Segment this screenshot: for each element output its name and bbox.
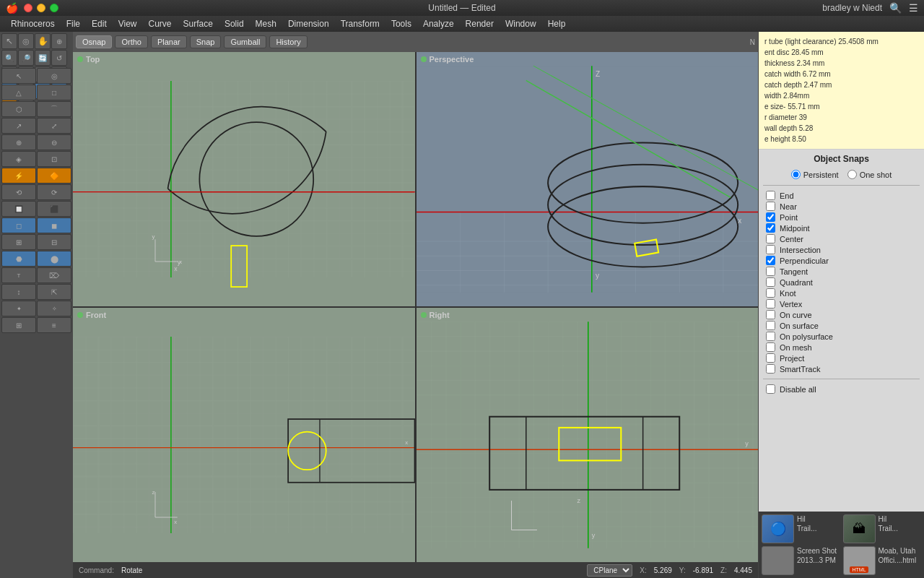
snap-tangent-checkbox[interactable] bbox=[766, 267, 775, 276]
tool-30[interactable]: ✧ bbox=[37, 301, 71, 316]
snap-intersection-checkbox[interactable] bbox=[766, 245, 775, 254]
tool-19[interactable]: ◻ bbox=[1, 217, 36, 233]
menu-tools[interactable]: Tools bbox=[386, 16, 417, 32]
tool-20[interactable]: ◼ bbox=[37, 217, 71, 233]
menu-mesh[interactable]: Mesh bbox=[250, 16, 282, 32]
tool-27[interactable]: ↕ bbox=[1, 284, 36, 300]
close-button[interactable] bbox=[24, 4, 32, 12]
pan-tool[interactable]: ✋ bbox=[35, 33, 51, 49]
tool-21[interactable]: ⊞ bbox=[1, 234, 36, 250]
snap-end-checkbox[interactable] bbox=[766, 191, 775, 200]
cplane-select[interactable]: CPlane bbox=[587, 564, 632, 577]
thumbnail-blue[interactable]: 🔵 bbox=[762, 514, 794, 543]
apple-menu[interactable]: 🍎 bbox=[6, 2, 18, 14]
snap-perpendicular-checkbox[interactable] bbox=[766, 256, 775, 265]
tool-11[interactable]: ◈ bbox=[1, 151, 36, 167]
menu-help[interactable]: Help bbox=[543, 16, 571, 32]
menu-transform[interactable]: Transform bbox=[336, 16, 385, 32]
thumbnail-row-1: 🔵 HilTrail... 🏔 HilTrail... bbox=[762, 514, 921, 543]
tool-29[interactable]: ✦ bbox=[1, 301, 36, 316]
snap-divider-2 bbox=[763, 379, 920, 379]
menu-file[interactable]: File bbox=[61, 16, 85, 32]
tool-07[interactable]: ↗ bbox=[1, 118, 36, 134]
svg-text:y: y bbox=[152, 233, 155, 240]
tool-28[interactable]: ⇱ bbox=[37, 284, 71, 300]
tool-02[interactable]: ◎ bbox=[37, 68, 71, 84]
snap-button[interactable]: Snap bbox=[190, 35, 222, 48]
list-icon[interactable]: ☰ bbox=[909, 2, 918, 14]
menu-edit[interactable]: Edit bbox=[87, 16, 112, 32]
thumbnail-screenshot[interactable] bbox=[762, 546, 794, 575]
tool-16[interactable]: ⟳ bbox=[37, 184, 71, 200]
menu-render[interactable]: Render bbox=[461, 16, 499, 32]
menu-solid[interactable]: Solid bbox=[219, 16, 249, 32]
menu-surface[interactable]: Surface bbox=[178, 16, 218, 32]
snap-near-checkbox[interactable] bbox=[766, 202, 775, 211]
target-tool[interactable]: ⊕ bbox=[51, 33, 67, 49]
tool-25[interactable]: T bbox=[1, 267, 36, 283]
menu-window[interactable]: Window bbox=[500, 16, 541, 32]
tool-01[interactable]: ↖ bbox=[1, 68, 36, 84]
thumbnail-html[interactable]: HTML bbox=[843, 546, 876, 575]
undo-tool[interactable]: ↺ bbox=[51, 50, 67, 66]
tool-32[interactable]: ≡ bbox=[37, 317, 71, 333]
tool-23[interactable]: ⬣ bbox=[1, 251, 36, 267]
tool-09[interactable]: ⊕ bbox=[1, 134, 36, 150]
tool-08[interactable]: ⤢ bbox=[37, 118, 71, 134]
osnap-button[interactable]: Osnap bbox=[76, 35, 112, 48]
oneshot-radio[interactable]: One shot bbox=[847, 170, 892, 179]
snap-oncurve-checkbox[interactable] bbox=[766, 310, 775, 319]
gumball-button[interactable]: Gumball bbox=[224, 35, 266, 48]
menu-rhinoceros[interactable]: Rhinoceros bbox=[6, 16, 60, 32]
tool-12[interactable]: ⊡ bbox=[37, 151, 71, 167]
menu-analyze[interactable]: Analyze bbox=[418, 16, 459, 32]
snap-vertex-checkbox[interactable] bbox=[766, 299, 775, 309]
snap-midpoint-checkbox[interactable] bbox=[766, 223, 775, 233]
snap-onmesh-checkbox[interactable] bbox=[766, 342, 775, 352]
tool-15[interactable]: ⟲ bbox=[1, 184, 36, 200]
menu-dimension[interactable]: Dimension bbox=[283, 16, 334, 32]
tool-05[interactable]: ⬡ bbox=[1, 101, 36, 117]
viewport-perspective[interactable]: Perspective bbox=[417, 52, 759, 306]
tool-14[interactable]: 🔶 bbox=[37, 168, 71, 184]
zoom-in-tool[interactable]: 🔍 bbox=[1, 50, 17, 66]
tool-22[interactable]: ⊟ bbox=[37, 234, 71, 250]
viewport-front[interactable]: Front bbox=[73, 308, 415, 562]
rotate-tool[interactable]: 🔄 bbox=[35, 50, 51, 66]
tool-13[interactable]: ⚡ bbox=[1, 168, 36, 184]
snap-onpolysurface-checkbox[interactable] bbox=[766, 332, 775, 341]
tool-31[interactable]: ⊞ bbox=[1, 317, 36, 333]
tool-06[interactable]: ⌒ bbox=[37, 101, 71, 117]
snap-onsurface-checkbox[interactable] bbox=[766, 321, 775, 330]
tool-17[interactable]: 🔲 bbox=[1, 201, 36, 217]
select-tool[interactable]: ↖ bbox=[1, 33, 17, 49]
zoom-out-tool[interactable]: 🔎 bbox=[18, 50, 34, 66]
viewport-right[interactable]: Right bbox=[417, 308, 759, 562]
circle-tool[interactable]: ◎ bbox=[18, 33, 34, 49]
tool-04[interactable]: □ bbox=[37, 85, 71, 100]
tool-26[interactable]: ⌦ bbox=[37, 267, 71, 283]
viewport-top[interactable]: Top bbox=[73, 52, 415, 306]
tool-18[interactable]: ⬛ bbox=[37, 201, 71, 217]
menu-curve[interactable]: Curve bbox=[144, 16, 177, 32]
thumbnail-green[interactable]: 🏔 bbox=[843, 514, 876, 543]
maximize-button[interactable] bbox=[50, 4, 58, 12]
search-icon[interactable]: 🔍 bbox=[889, 2, 902, 14]
snap-point-checkbox[interactable] bbox=[766, 212, 775, 222]
snap-center-checkbox[interactable] bbox=[766, 234, 775, 243]
tool-10[interactable]: ⊖ bbox=[37, 134, 71, 150]
snap-smarttrack-checkbox[interactable] bbox=[766, 364, 775, 374]
menu-view[interactable]: View bbox=[113, 16, 142, 32]
viewport-name-persp: Perspective bbox=[430, 55, 474, 64]
disable-all-checkbox[interactable] bbox=[766, 384, 775, 394]
history-button[interactable]: History bbox=[269, 35, 307, 48]
minimize-button[interactable] bbox=[37, 4, 45, 12]
ortho-button[interactable]: Ortho bbox=[115, 35, 148, 48]
snap-quadrant-checkbox[interactable] bbox=[766, 277, 775, 287]
snap-project-checkbox[interactable] bbox=[766, 353, 775, 363]
planar-button[interactable]: Planar bbox=[151, 35, 187, 48]
tool-03[interactable]: △ bbox=[1, 85, 36, 100]
persistent-radio[interactable]: Persistent bbox=[791, 170, 839, 179]
tool-24[interactable]: ⬤ bbox=[37, 251, 71, 267]
snap-knot-checkbox[interactable] bbox=[766, 288, 775, 298]
